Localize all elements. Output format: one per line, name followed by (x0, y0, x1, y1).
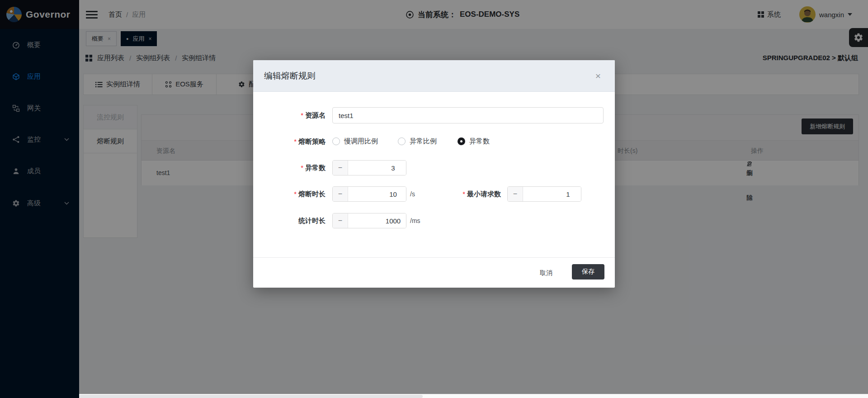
cancel-button[interactable]: 取消 (536, 266, 556, 280)
dialog-title: 编辑熔断规则 (264, 60, 316, 92)
radio-exception-count[interactable]: 异常数 (458, 137, 490, 146)
edit-circuit-rule-dialog: 编辑熔断规则 × *资源名 *熔断策略 慢调用比例 异常比例 异常数 (253, 60, 615, 288)
dialog-header: 编辑熔断规则 × (253, 60, 615, 92)
radio-slow-call-ratio[interactable]: 慢调用比例 (332, 137, 378, 146)
save-button[interactable]: 保存 (572, 264, 604, 280)
required-marker: * (294, 190, 297, 198)
break-duration-stepper: − + (332, 186, 406, 202)
unit-seconds: /s (410, 190, 415, 198)
min-requests-stepper: − + (507, 186, 581, 202)
required-marker: * (462, 190, 465, 198)
stepper-minus-button[interactable]: − (508, 187, 523, 201)
horizontal-scrollbar[interactable] (79, 394, 868, 398)
stepper-minus-button[interactable]: − (333, 187, 348, 201)
scrollbar-thumb[interactable] (79, 395, 423, 398)
exception-count-input[interactable] (348, 161, 406, 175)
radio-exception-ratio[interactable]: 异常比例 (398, 137, 437, 146)
field-label-exception-count: *异常数 (253, 164, 326, 172)
min-requests-input[interactable] (523, 187, 581, 201)
unit-milliseconds: /ms (410, 217, 420, 224)
radio-circle (458, 137, 465, 145)
stat-duration-input[interactable] (348, 213, 406, 228)
stepper-minus-button[interactable]: − (333, 213, 348, 228)
field-label-stat-duration: 统计时长 (253, 217, 326, 225)
field-label-strategy: *熔断策略 (253, 137, 326, 146)
field-label-resource: *资源名 (253, 111, 326, 120)
required-marker: * (301, 164, 303, 171)
field-label-min-requests: *最小请求数 (429, 190, 501, 199)
radio-label: 异常比例 (410, 137, 437, 146)
required-marker: * (301, 111, 303, 119)
field-label-break-duration: *熔断时长 (253, 190, 326, 199)
radio-label: 异常数 (469, 137, 490, 146)
stat-duration-stepper: − + (332, 213, 406, 228)
break-duration-input[interactable] (348, 187, 406, 201)
radio-circle (332, 137, 340, 145)
radio-label: 慢调用比例 (344, 137, 378, 146)
dialog-footer: 取消 保存 (253, 257, 615, 288)
radio-circle (398, 137, 406, 145)
resource-name-input[interactable] (332, 107, 604, 123)
stepper-minus-button[interactable]: − (333, 161, 348, 175)
close-icon[interactable]: × (590, 60, 606, 92)
exception-count-stepper: − + (332, 160, 406, 175)
app-screen: Governor 首页 / 应用 当前系统： EOS-DEMO-SYS 系统 w… (0, 0, 868, 398)
required-marker: * (294, 137, 297, 145)
strategy-radio-group: 慢调用比例 异常比例 异常数 (332, 133, 490, 149)
